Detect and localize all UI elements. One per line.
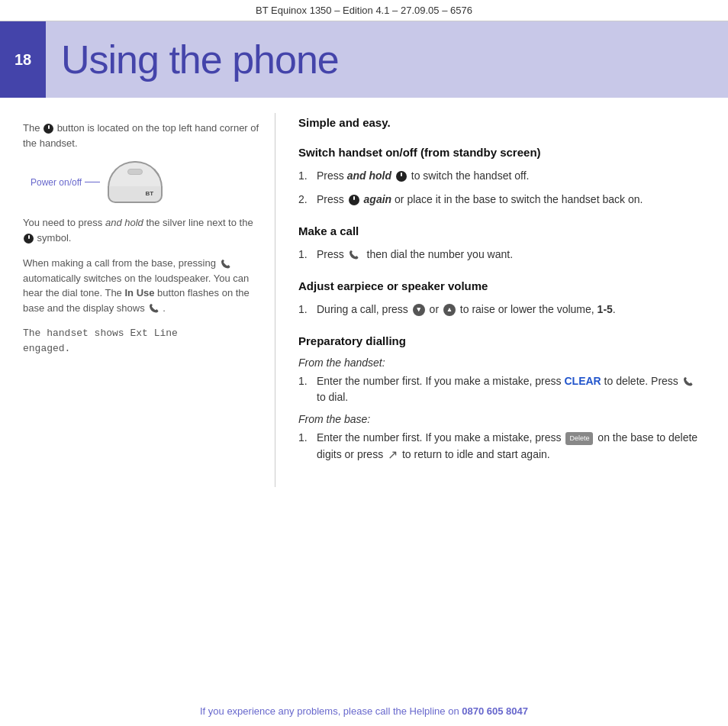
call-icon — [349, 250, 362, 260]
bt-label: BT — [145, 189, 153, 198]
power-btn-icon1 — [396, 171, 407, 182]
section4-handset-list: 1. Enter the number first. If you make a… — [298, 373, 705, 405]
section3-heading: Adjust earpiece or speaker volume — [298, 279, 705, 292]
section2-heading: Make a call — [298, 224, 705, 237]
left-para-1: The button is located on the top left ha… — [23, 121, 259, 150]
power-btn-icon2 — [349, 195, 359, 205]
arrow-return-icon: ↗ — [388, 446, 398, 464]
handset-call-icon — [221, 259, 234, 269]
section2-list: 1. Press then dial the number you want. — [298, 247, 705, 263]
page-footer: If you experience any problems, please c… — [0, 696, 728, 726]
handset-bottom: BT — [108, 186, 163, 203]
power-label: Switch handset on/off (from standby scre… — [31, 176, 100, 189]
left-para-3: When making a call from the base, pressi… — [23, 256, 259, 315]
intro-text: Simple and easy. — [298, 116, 705, 129]
left-column: The button is located on the top left ha… — [0, 98, 275, 487]
list-item: 1. Press then dial the number you want. — [298, 247, 705, 263]
power-icon-inline2 — [24, 234, 34, 244]
section3-list: 1. During a call, press ▼ or ▲ to raise … — [298, 302, 705, 318]
vol-up-icon: ▲ — [443, 304, 456, 316]
section4-heading: Preparatory dialling — [298, 334, 705, 347]
main-content: The button is located on the top left ha… — [0, 98, 728, 487]
top-bar: BT Equinox 1350 – Edition 4.1 – 27.09.05… — [0, 0, 728, 21]
page-title: Using the phone — [46, 37, 339, 82]
list-item: 1. During a call, press ▼ or ▲ to raise … — [298, 302, 705, 318]
power-icon-inline — [43, 124, 53, 134]
list-item: 1. Enter the number first. If you make a… — [298, 373, 705, 405]
list-item: 1. Enter the number first. If you make a… — [298, 430, 705, 464]
footer-text: If you experience any problems, please c… — [200, 705, 462, 717]
from-base-label: From the base: — [298, 413, 705, 425]
and-hold-text: and hold — [105, 217, 143, 228]
top-bar-text: BT Equinox 1350 – Edition 4.1 – 27.09.05… — [256, 5, 472, 16]
section4-base-list: 1. Enter the number first. If you make a… — [298, 430, 705, 464]
from-handset-label: From the handset: — [298, 357, 705, 369]
clear-text: CLEAR — [564, 375, 601, 387]
handset-shape: BT — [105, 161, 166, 203]
page-number: 18 — [0, 21, 46, 98]
ext-line-text: The handset shows Ext Lineengaged. — [23, 326, 259, 356]
display-icon — [149, 303, 161, 314]
section1-list: 1. Press and hold to switch the handset … — [298, 168, 705, 208]
left-para-2: You need to press and hold the silver li… — [23, 215, 259, 245]
in-use-text: In Use — [124, 287, 154, 298]
dial-icon — [683, 376, 697, 387]
right-column: Simple and easy. Switch handset on/off (… — [275, 98, 728, 487]
list-item: 1. Press and hold to switch the handset … — [298, 168, 705, 184]
handset-diagram: Switch handset on/off (from standby scre… — [31, 161, 259, 203]
delete-btn-icon: Delete — [565, 432, 593, 446]
handset-speaker — [127, 169, 143, 175]
footer-helpline-number: 0870 605 8047 — [462, 705, 528, 717]
handset-top — [108, 161, 163, 188]
list-item: 2. Press again or place it in the base t… — [298, 192, 705, 208]
page-header: 18 Using the phone — [0, 21, 728, 98]
vol-down-icon: ▼ — [413, 304, 425, 316]
section1-heading: Switch handset on/off (from standby scre… — [298, 146, 705, 159]
